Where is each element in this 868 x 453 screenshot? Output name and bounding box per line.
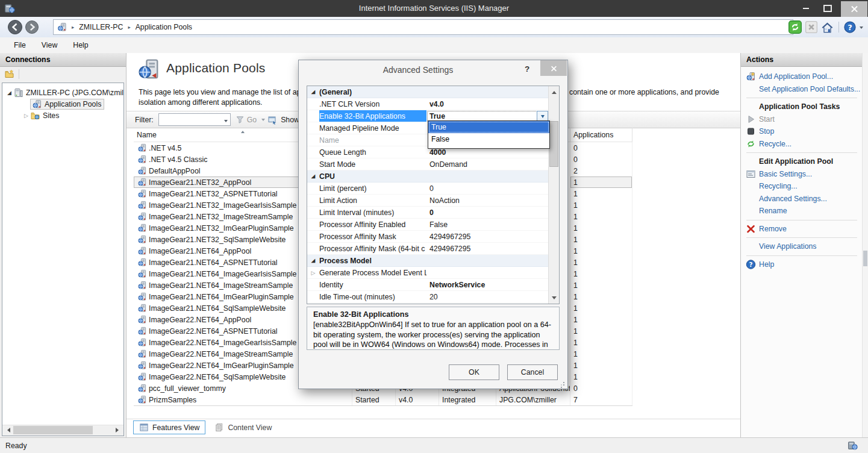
action-rename[interactable]: Rename	[741, 205, 863, 217]
tree-node-server[interactable]: ◢ ZMILLER-PC (JPG.COM\zmiller)	[2, 87, 123, 98]
grid-scrollbar[interactable]	[548, 86, 559, 304]
property-description-text: [enable32BitAppOnWin64] If set to true f…	[313, 320, 553, 350]
grid-row-value[interactable]: 20	[426, 291, 549, 302]
minimize-button[interactable]	[795, 1, 817, 16]
grid-row-idle-time-out-action[interactable]: Idle Time-out ActionTerminate	[307, 303, 549, 304]
create-connection-icon[interactable]	[4, 69, 14, 79]
scrollbar-thumb[interactable]	[549, 121, 558, 167]
grid-row-processor-affinity-mask-64-bit-c[interactable]: Processor Affinity Mask (64-bit c4294967…	[307, 243, 549, 255]
iis-manager-window: Internet Information Services (IIS) Mana…	[0, 0, 868, 453]
grid-row-limit-interval-minutes[interactable]: Limit Interval (minutes)0	[307, 207, 549, 219]
grid-row-value[interactable]: OnDemand	[426, 158, 549, 170]
action-remove[interactable]: Remove	[741, 223, 863, 236]
tab-features-view[interactable]: Features View	[133, 420, 205, 434]
home-button[interactable]	[821, 21, 834, 34]
actions-scrollbar[interactable]	[862, 53, 868, 438]
resize-grip-icon[interactable]	[559, 380, 565, 386]
chevron-down-icon[interactable]	[860, 27, 863, 31]
expander-open-icon[interactable]: ◢	[307, 89, 319, 95]
grid-row-value[interactable]: 0	[426, 207, 549, 218]
action-recycle[interactable]: Recycle...	[741, 138, 863, 151]
grid-row-value[interactable]: 4294967295	[426, 243, 549, 254]
help-button[interactable]: ?	[844, 21, 856, 33]
menu-file[interactable]: File	[6, 39, 34, 52]
grid-row-limit-percent[interactable]: Limit (percent)0	[307, 183, 549, 195]
action-view-applications[interactable]: View Applications	[741, 240, 863, 253]
filter-label: Filter:	[135, 116, 154, 124]
tree-node-application-pools[interactable]: Application Pools	[2, 98, 123, 110]
grid-row-net-clr-version[interactable]: .NET CLR Versionv4.0	[307, 98, 549, 110]
tab-content-view[interactable]: Content View	[208, 420, 278, 434]
scroll-up-button[interactable]	[549, 86, 559, 96]
grid-section-general[interactable]: ◢(General)	[307, 86, 549, 98]
grid-row-limit-action[interactable]: Limit ActionNoAction	[307, 195, 549, 207]
app-pool-name-cell[interactable]: PrizmSamples	[134, 394, 352, 405]
expander-open-icon[interactable]: ◢	[5, 90, 13, 96]
go-button[interactable]: Go	[247, 116, 257, 124]
breadcrumb[interactable]: ▸ ZMILLER-PC ▸ Application Pools	[53, 19, 793, 35]
menu-view[interactable]: View	[34, 39, 65, 52]
grid-row-value[interactable]: NetworkService	[426, 279, 549, 290]
grid-row-value[interactable]: NoAction	[426, 195, 549, 206]
action-recycling[interactable]: Recycling...	[741, 180, 863, 193]
scroll-left-button[interactable]	[2, 425, 13, 435]
grid-row-value[interactable]: 4294967295	[426, 231, 549, 242]
action-label: Add Application Pool...	[759, 72, 833, 81]
breadcrumb-app-pools[interactable]: Application Pools	[136, 23, 192, 31]
tree-node-sites[interactable]: ▷ Sites	[2, 110, 123, 121]
grid-row-value[interactable]: Terminate	[426, 303, 549, 304]
pipeline-cell: Integrated	[439, 394, 496, 405]
action-advanced-settings[interactable]: Advanced Settings...	[741, 193, 863, 205]
breadcrumb-server[interactable]: ZMILLER-PC	[79, 23, 123, 31]
tree-selection[interactable]: Application Pools	[30, 99, 104, 110]
grid-row-idle-time-out-minutes[interactable]: Idle Time-out (minutes)20	[307, 291, 549, 303]
grid-row-value[interactable]: False	[426, 219, 549, 230]
grid-row-value[interactable]	[426, 267, 549, 278]
back-button[interactable]	[7, 19, 23, 35]
expander-open-icon[interactable]: ◢	[307, 258, 319, 263]
expander-closed-icon[interactable]: ▷	[22, 113, 30, 119]
action-stop[interactable]: Stop	[741, 125, 863, 138]
dropdown-option-false[interactable]: False	[428, 133, 549, 145]
dialog-close-button[interactable]	[540, 60, 567, 76]
grid-row-value[interactable]: 0	[426, 183, 549, 194]
refresh-button[interactable]	[788, 20, 802, 34]
scroll-down-button[interactable]	[549, 294, 559, 304]
grid-row-generate-process-model-event-l[interactable]: ▷Generate Process Model Event L	[307, 267, 549, 279]
chevron-down-icon[interactable]	[224, 120, 228, 124]
grid-value-text: 20	[429, 293, 438, 301]
grid-row-processor-affinity-enabled[interactable]: Processor Affinity EnabledFalse	[307, 219, 549, 231]
chevron-down-icon[interactable]	[261, 119, 265, 123]
cancel-button[interactable]: Cancel	[507, 364, 558, 380]
show-all-icon	[267, 115, 278, 125]
expander-closed-icon[interactable]: ▷	[307, 270, 319, 276]
ok-button[interactable]: OK	[449, 364, 499, 380]
close-button[interactable]	[841, 1, 867, 17]
action-help[interactable]: ?Help	[741, 258, 863, 271]
table-row[interactable]: PrizmSamplesStartedv4.0IntegratedJPG.COM…	[134, 394, 632, 405]
grid-row-label: CPU	[319, 172, 426, 181]
action-add-application-pool[interactable]: Add Application Pool...	[741, 70, 863, 83]
grid-row-processor-affinity-mask[interactable]: Processor Affinity Mask4294967295	[307, 231, 549, 243]
maximize-button[interactable]	[817, 1, 838, 16]
column-header-applications[interactable]: Applications	[570, 128, 632, 142]
dropdown-option-true[interactable]: True	[428, 121, 549, 133]
forward-button[interactable]	[24, 19, 40, 35]
scrollbar-thumb[interactable]	[13, 426, 93, 434]
dialog-help-button[interactable]: ?	[523, 64, 531, 73]
stop-request-button[interactable]	[805, 21, 817, 33]
tree-sites-label: Sites	[43, 111, 59, 120]
action-basic-settings[interactable]: Basic Settings...	[741, 168, 863, 181]
grid-section-process-model[interactable]: ◢Process Model	[307, 255, 549, 267]
grid-row-start-mode[interactable]: Start ModeOnDemand	[307, 158, 549, 170]
action-set-application-pool-defaults[interactable]: Set Application Pool Defaults...	[741, 83, 863, 96]
grid-row-value[interactable]: v4.0	[426, 98, 549, 110]
menu-help[interactable]: Help	[65, 39, 96, 52]
horizontal-scrollbar[interactable]	[2, 425, 123, 436]
grid-section-cpu[interactable]: ◢CPU	[307, 170, 549, 183]
scroll-right-button[interactable]	[113, 425, 123, 435]
filter-input[interactable]	[158, 113, 231, 126]
expander-open-icon[interactable]: ◢	[307, 173, 319, 179]
grid-row-identity[interactable]: IdentityNetworkService	[307, 279, 549, 291]
scrollbar-thumb[interactable]	[863, 251, 867, 266]
